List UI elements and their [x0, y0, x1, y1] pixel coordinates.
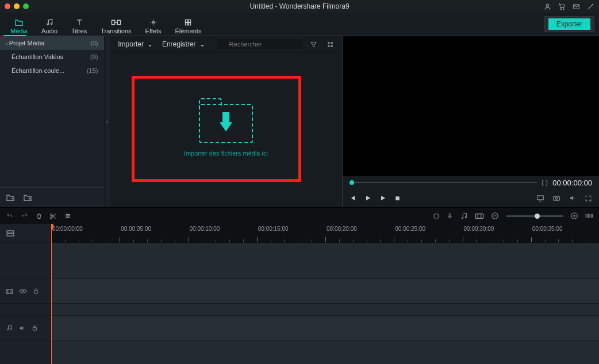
- video-track-icon[interactable]: [6, 288, 13, 295]
- svg-point-8: [152, 21, 155, 24]
- svg-rect-40: [33, 328, 36, 331]
- redo-button[interactable]: [21, 212, 29, 219]
- ruler-label: 00:00:05:00: [121, 226, 151, 232]
- lock-icon[interactable]: [32, 324, 38, 331]
- next-frame-button[interactable]: [379, 195, 386, 202]
- tab-audio[interactable]: Audio: [34, 13, 64, 39]
- titlebar: Untitled - Wondershare Filmora9: [0, 0, 599, 13]
- tab-transitions[interactable]: Transitions: [94, 13, 138, 39]
- quality-icon[interactable]: [536, 195, 544, 202]
- timeline-track-video[interactable]: [51, 279, 599, 304]
- audio-track-icon[interactable]: [6, 324, 13, 331]
- filter-icon[interactable]: [308, 41, 320, 48]
- svg-point-39: [10, 328, 11, 330]
- export-button[interactable]: Exporter: [548, 18, 590, 30]
- zoom-in-button[interactable]: [570, 212, 578, 220]
- chevron-down-icon: ⌄: [199, 40, 205, 48]
- sidebar-collapse-handle[interactable]: ‹: [105, 36, 110, 207]
- svg-rect-34: [7, 234, 14, 236]
- import-dropzone[interactable]: Importer des fichiers média ici: [184, 104, 268, 157]
- transitions-icon: [111, 18, 121, 26]
- enregistrer-dropdown[interactable]: Enregistrer ⌄: [160, 40, 208, 48]
- volume-icon[interactable]: [569, 195, 577, 202]
- ruler-label: 00:00:10:00: [190, 226, 220, 232]
- tab-label: Média: [10, 28, 28, 34]
- grid-view-icon[interactable]: [324, 41, 336, 48]
- svg-rect-18: [396, 196, 399, 200]
- undo-button[interactable]: [6, 212, 14, 219]
- svg-rect-14: [328, 42, 329, 44]
- folder-remove-icon[interactable]: [23, 193, 32, 202]
- svg-rect-19: [537, 196, 544, 200]
- ruler-label: 00:00:25:00: [395, 226, 425, 232]
- split-button[interactable]: [49, 212, 57, 220]
- ruler-label: 00:00:30:00: [464, 226, 494, 232]
- sidebar-item-label: Échantillon coule...: [6, 67, 64, 74]
- timeline-track[interactable]: [51, 340, 599, 364]
- svg-rect-35: [6, 289, 13, 293]
- sidebar-item-echantillon-couleurs[interactable]: Échantillon coule... (15): [0, 64, 104, 78]
- timeline-track[interactable]: [51, 243, 599, 279]
- track-header-manage: [0, 224, 51, 243]
- in-marker[interactable]: {: [542, 179, 544, 186]
- zoom-fit-icon[interactable]: [585, 212, 593, 219]
- search-input[interactable]: [217, 39, 303, 49]
- timeline-toolbar: [0, 207, 599, 224]
- zoom-slider[interactable]: [506, 215, 563, 217]
- stop-button[interactable]: [394, 195, 401, 202]
- timeline-track[interactable]: [51, 304, 599, 316]
- zoom-slider-handle[interactable]: [535, 214, 540, 219]
- scrubber-track[interactable]: [350, 182, 537, 183]
- ruler-label: 00:00:15:00: [258, 226, 289, 232]
- tab-elements[interactable]: Éléments: [168, 13, 209, 39]
- prev-frame-button[interactable]: [350, 195, 356, 202]
- tab-titres[interactable]: Titres: [64, 13, 94, 39]
- main-toolbar: Média Audio Titres Transitions Effets Él…: [0, 13, 599, 36]
- svg-point-5: [51, 23, 52, 24]
- voiceover-icon[interactable]: [447, 212, 453, 220]
- timeline-track-headers: [0, 224, 51, 364]
- sidebar-item-echantillon-videos[interactable]: Échantillon Vidéos (9): [0, 50, 104, 64]
- folder-add-icon[interactable]: [6, 193, 15, 202]
- timeline-tracks[interactable]: 00:00:00:0000:00:05:0000:00:10:0000:00:1…: [51, 224, 599, 364]
- marker-icon[interactable]: [433, 212, 440, 220]
- svg-rect-27: [449, 214, 451, 217]
- window-title: Untitled - Wondershare Filmora9: [0, 2, 599, 10]
- ruler-label: 00:00:35:00: [532, 226, 563, 232]
- view-mode-icon[interactable]: [475, 213, 484, 219]
- tab-effets[interactable]: Effets: [139, 13, 168, 39]
- track-header-spacer: [0, 340, 51, 364]
- sparkle-icon: [149, 18, 158, 26]
- volume-icon[interactable]: [18, 325, 26, 331]
- fullscreen-icon[interactable]: [585, 195, 592, 202]
- wand-icon[interactable]: [587, 3, 594, 10]
- text-icon: [75, 18, 83, 26]
- delete-button[interactable]: [36, 212, 43, 220]
- mail-icon[interactable]: [573, 3, 580, 10]
- timeline-ruler[interactable]: 00:00:00:0000:00:05:0000:00:10:0000:00:1…: [51, 224, 599, 243]
- scrubber-playhead[interactable]: [350, 180, 354, 185]
- svg-point-21: [555, 198, 558, 200]
- adjust-button[interactable]: [64, 212, 72, 219]
- folder-dashed-icon: [199, 104, 253, 143]
- snapshot-icon[interactable]: [552, 195, 560, 202]
- user-icon[interactable]: [544, 3, 551, 10]
- sidebar-item-count: (9): [90, 53, 98, 60]
- out-marker[interactable]: }: [546, 179, 548, 186]
- preview-video[interactable]: [343, 36, 599, 176]
- eye-icon[interactable]: [19, 288, 27, 294]
- play-button[interactable]: [364, 195, 371, 202]
- cart-icon[interactable]: [558, 3, 566, 10]
- svg-point-28: [462, 217, 463, 218]
- track-manage-icon[interactable]: [6, 230, 15, 237]
- in-out-markers: { }: [542, 179, 548, 186]
- timeline-track-audio[interactable]: [51, 316, 599, 340]
- svg-rect-6: [112, 20, 114, 25]
- tab-active-indicator: [3, 35, 26, 36]
- zoom-out-button[interactable]: [491, 212, 499, 220]
- timeline-playhead[interactable]: [51, 224, 52, 364]
- tab-label: Effets: [145, 28, 162, 34]
- lock-icon[interactable]: [33, 288, 39, 295]
- audio-mixer-icon[interactable]: [460, 212, 468, 220]
- import-dropdown[interactable]: Importer ⌄: [116, 40, 155, 48]
